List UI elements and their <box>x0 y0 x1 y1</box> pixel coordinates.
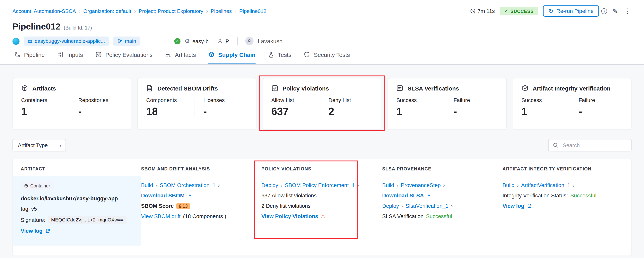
sbom-step-link[interactable]: SBOM Orchestration_1 <box>160 182 216 188</box>
integrity-step-link[interactable]: ArtifactVerification_1 <box>521 182 570 188</box>
person-icon <box>247 38 252 44</box>
breadcrumb-account[interactable]: Account: Automation-SSCA <box>12 8 76 14</box>
user-short-label: P. <box>226 38 230 44</box>
view-sbom-drift-link[interactable]: View SBOM drift <box>141 213 181 220</box>
slsa-verify-step-link[interactable]: SlsaVerification_1 <box>406 203 448 209</box>
artifacts-list-icon <box>165 52 171 58</box>
view-policy-violations-link[interactable]: View Policy Violations <box>262 213 318 220</box>
user-short-item[interactable]: P. <box>217 38 230 44</box>
status-label: SUCCESS <box>510 8 534 14</box>
slsa-verification-status: Successful <box>426 213 452 220</box>
policy-stage-link[interactable]: Deploy <box>262 182 278 188</box>
policy-step-link[interactable]: SBOM Policy Enforcement_1 <box>285 182 355 188</box>
metric-value: - <box>203 105 249 118</box>
slsa-verify-stage-link[interactable]: Deploy <box>382 203 399 209</box>
signature-label: Signature: <box>21 217 45 223</box>
tab-inputs[interactable]: Inputs <box>57 46 83 64</box>
sbom-document-icon <box>146 85 153 92</box>
metric-value: - <box>78 105 124 118</box>
tab-label: Artifacts <box>175 51 196 58</box>
chevron-right-icon: › <box>234 8 236 14</box>
flask-icon <box>268 52 274 58</box>
card-title: Detected SBOM Drifts <box>158 85 218 92</box>
metric-label: Failure <box>578 97 624 104</box>
card-title: Artifact Integrity Verification <box>532 85 610 92</box>
chevron-right-icon: › <box>156 182 157 188</box>
view-log-link[interactable]: View log <box>502 203 524 209</box>
breadcrumb-pipelines[interactable]: Pipelines <box>211 8 232 14</box>
metric-label: Components <box>146 97 195 104</box>
table-row: Container docker.io/lavakush07/easy-bugg… <box>13 176 631 246</box>
tab-pipeline[interactable]: Pipeline <box>14 46 45 64</box>
repository-icon: ▤ <box>28 38 32 44</box>
slsa-step-link[interactable]: ProvenanceStep <box>401 182 441 188</box>
chevron-right-icon: › <box>134 8 136 14</box>
column-header-artifact: ARTIFACT <box>21 166 141 171</box>
info-icon[interactable]: i <box>602 8 607 14</box>
repo-pill[interactable]: ▤ easybuggy-vulnerable-applic... <box>24 36 109 46</box>
tab-security-tests[interactable]: Security Tests <box>304 46 350 64</box>
tab-label: Security Tests <box>314 51 350 58</box>
tab-supply-chain[interactable]: Supply Chain <box>208 46 256 64</box>
integrity-status: Successful <box>570 192 596 199</box>
artifact-type-select[interactable]: Artifact Type ▾ <box>12 139 66 152</box>
tab-tests[interactable]: Tests <box>268 46 291 64</box>
service-item[interactable]: ⚙ easy-b... <box>185 38 213 44</box>
metric-label: Allow List <box>271 97 320 104</box>
download-sbom-link[interactable]: Download SBOM <box>141 192 184 199</box>
slsa-stage-link[interactable]: Build <box>382 182 394 188</box>
success-check-icon: ✓ <box>174 38 181 44</box>
summary-card-artifact-integrity: Artifact Integrity Verification Success … <box>513 78 632 130</box>
sbom-cell: Build › SBOM Orchestration_1 › Download … <box>141 176 262 246</box>
tab-artifacts[interactable]: Artifacts <box>165 46 196 64</box>
build-id: (Build Id: 17) <box>64 25 92 31</box>
service-name: easy-b... <box>192 38 213 44</box>
download-slsa-link[interactable]: Download SLSA <box>382 192 424 199</box>
deny-list-violations: 2 Deny list violations <box>262 203 311 209</box>
breadcrumb-organization[interactable]: Organization: default <box>83 8 131 14</box>
page-title: Pipeline012 <box>12 22 60 32</box>
view-log-link[interactable]: View log <box>21 228 42 234</box>
execution-meta: ▤ easybuggy-vulnerable-applic... main ✓ … <box>0 32 644 46</box>
metric-label: Containers <box>21 97 70 104</box>
execution-duration: 7m 11s <box>470 8 495 14</box>
metric-value: 1 <box>522 105 570 118</box>
sbom-stage-link[interactable]: Build <box>141 182 153 188</box>
metric-value: 18 <box>146 105 195 118</box>
divider <box>70 98 70 118</box>
chevron-right-icon: › <box>281 182 282 188</box>
chevron-right-icon: › <box>517 182 518 188</box>
card-title: Artifacts <box>32 85 56 92</box>
inputs-icon <box>57 52 64 58</box>
supply-chain-icon <box>208 52 215 58</box>
metric-label: Licenses <box>203 97 249 104</box>
breadcrumb-pipeline012[interactable]: Pipeline012 <box>239 8 266 14</box>
card-title: Policy Violations <box>282 85 329 92</box>
person-icon <box>217 38 223 44</box>
edit-pipeline-icon[interactable]: ✎ <box>613 7 618 15</box>
search-input[interactable] <box>562 142 627 149</box>
pipeline-icon <box>14 52 20 58</box>
tab-policy-evaluations[interactable]: Policy Evaluations <box>96 46 152 64</box>
chevron-down-icon: ▾ <box>60 143 62 147</box>
clock-icon <box>470 8 476 14</box>
metric-value: 1 <box>396 105 445 118</box>
chevron-right-icon: › <box>206 8 208 14</box>
filter-row: Artifact Type ▾ <box>12 139 632 152</box>
breadcrumb-project[interactable]: Project: Product Exploratory <box>138 8 203 14</box>
policy-check-icon <box>271 85 278 92</box>
container-badge-label: Container <box>30 183 50 188</box>
rerun-pipeline-button[interactable]: ↻ Re-run Pipeline <box>543 6 599 16</box>
container-type-badge: Container <box>21 182 53 190</box>
table-header: ARTIFACT SBOM AND DRIFT ANALYSIS POLICY … <box>13 159 631 176</box>
artifacts-table: ARTIFACT SBOM AND DRIFT ANALYSIS POLICY … <box>12 159 632 256</box>
allow-list-violations: 637 Allow list violations <box>262 192 316 199</box>
branch-pill[interactable]: main <box>113 36 140 46</box>
metric-label: Failure <box>454 97 500 104</box>
column-header-slsa-provenance: SLSA PROVENANCE <box>382 166 503 171</box>
kebab-menu-icon[interactable]: ⋮ <box>623 7 632 15</box>
sbom-drift-components: (18 Components ) <box>183 213 226 220</box>
supply-chain-content: Artifacts Containers 1 Repositories - <box>0 78 644 256</box>
summary-card-sbom-drifts: Detected SBOM Drifts Components 18 Licen… <box>138 78 256 130</box>
integrity-stage-link[interactable]: Build <box>502 182 514 188</box>
